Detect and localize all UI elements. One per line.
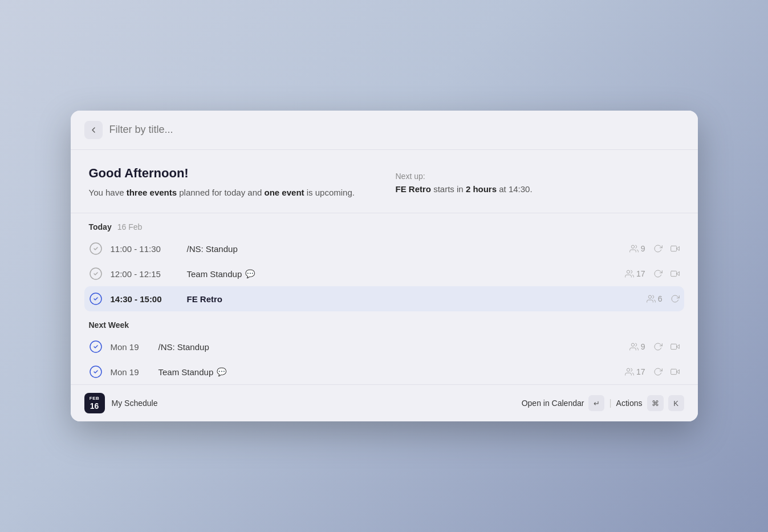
footer-calendar-icon: FEB 16 (84, 393, 105, 413)
footer-actions: Open in Calendar ↵ | Actions ⌘ K (522, 395, 684, 411)
footer-title: My Schedule (112, 399, 515, 408)
nw-video-1 (671, 342, 680, 351)
nw-recurring-1 (653, 342, 663, 351)
recurring-3 (671, 294, 680, 303)
svg-rect-17 (671, 369, 676, 375)
event-meta-1: 9 (629, 244, 680, 253)
event-meta-3: 6 (647, 294, 680, 303)
today-section-header: Today 16 Feb (84, 213, 684, 236)
svg-point-5 (627, 270, 629, 273)
svg-rect-13 (671, 344, 676, 350)
svg-point-9 (648, 295, 651, 298)
open-calendar-label[interactable]: Open in Calendar (522, 399, 584, 408)
video-1 (671, 244, 680, 253)
event-time-1: 11:00 - 11:30 (111, 244, 179, 254)
greeting-title: Good Afternoon! (89, 166, 373, 181)
next-up-label: Next up: (396, 172, 680, 181)
next-week-event-row-1[interactable]: Mon 19 /NS: Standup 9 (84, 334, 684, 359)
cmd-kbd: ⌘ (647, 395, 664, 411)
nw-recurring-2 (653, 367, 663, 376)
next-up-event: FE Retro (396, 184, 432, 194)
check-icon-2 (89, 267, 103, 281)
nw-event-meta-2: 17 (625, 367, 680, 376)
enter-kbd: ↵ (588, 395, 604, 411)
event-time-2: 12:00 - 12:15 (111, 269, 179, 279)
greeting-section: Good Afternoon! You have three events pl… (71, 150, 698, 214)
nw-attendees-1: 9 (629, 342, 645, 351)
k-kbd: K (668, 395, 684, 411)
nw-video-2 (671, 367, 680, 376)
main-modal: Good Afternoon! You have three events pl… (71, 111, 698, 422)
greeting-body: You have three events planned for today … (89, 186, 373, 200)
check-icon-1 (89, 242, 103, 255)
check-icon-3 (89, 292, 103, 306)
attendees-2: 17 (625, 269, 645, 278)
nw-event-title-2: Team Standup 💬 (159, 367, 617, 377)
event-title-1: /NS: Standup (187, 244, 621, 254)
nw-event-date-2: Mon 19 (111, 367, 151, 377)
footer: FEB 16 My Schedule Open in Calendar ↵ | … (71, 384, 698, 421)
nw-attendees-count-2: 17 (636, 367, 645, 376)
svg-rect-3 (671, 246, 676, 251)
nw-check-icon-1 (89, 340, 103, 354)
greeting-left: Good Afternoon! You have three events pl… (89, 166, 373, 200)
nw-event-date-1: Mon 19 (111, 342, 151, 352)
search-input[interactable] (109, 124, 684, 136)
back-button[interactable] (84, 121, 103, 139)
actions-label[interactable]: Actions (616, 399, 643, 408)
attendees-count-1: 9 (641, 244, 645, 253)
svg-marker-16 (676, 370, 679, 374)
today-section-date: 16 Feb (117, 222, 143, 232)
nw-attendees-2: 17 (625, 367, 645, 376)
event-row-3[interactable]: 14:30 - 15:00 FE Retro 6 (84, 286, 684, 311)
event-meta-2: 17 (625, 269, 680, 278)
svg-marker-12 (676, 345, 679, 349)
recurring-1 (653, 244, 663, 253)
bubble-icon-2: 💬 (245, 269, 255, 278)
nw-bubble-icon-2: 💬 (217, 367, 226, 376)
event-time-3: 14:30 - 15:00 (111, 294, 179, 304)
next-week-section-header: Next Week (84, 311, 684, 334)
next-week-title: Next Week (89, 320, 129, 330)
event-list: Today 16 Feb 11:00 - 11:30 /NS: Standup … (71, 213, 698, 384)
recurring-2 (653, 269, 663, 278)
attendees-1: 9 (629, 244, 645, 253)
event-row-1[interactable]: 11:00 - 11:30 /NS: Standup 9 (84, 236, 684, 261)
search-bar (71, 111, 698, 150)
footer-divider-1: | (609, 398, 611, 408)
svg-point-1 (631, 245, 634, 248)
svg-marker-6 (676, 272, 679, 276)
next-up-body: FE Retro starts in 2 hours at 14:30. (396, 184, 680, 194)
svg-point-15 (627, 368, 629, 371)
event-row-2[interactable]: 12:00 - 12:15 Team Standup 💬 17 (84, 261, 684, 286)
nw-event-meta-1: 9 (629, 342, 680, 351)
greeting-right: Next up: FE Retro starts in 2 hours at 1… (396, 166, 680, 200)
event-title-2: Team Standup 💬 (187, 269, 617, 279)
today-section-title: Today (89, 222, 112, 232)
attendees-count-2: 17 (636, 269, 645, 278)
event-title-3: FE Retro (187, 294, 639, 304)
footer-icon-text: FEB 16 (90, 396, 100, 411)
video-2 (671, 269, 680, 278)
events-bold: three events (127, 188, 177, 197)
event2-bold: one event (265, 188, 304, 197)
nw-attendees-count-1: 9 (641, 342, 645, 351)
nw-check-icon-2 (89, 365, 103, 379)
attendees-3: 6 (647, 294, 663, 303)
svg-marker-2 (676, 247, 679, 251)
nw-event-title-1: /NS: Standup (159, 342, 621, 352)
attendees-count-3: 6 (658, 294, 663, 303)
svg-point-11 (631, 343, 634, 346)
next-week-event-row-2[interactable]: Mon 19 Team Standup 💬 17 (84, 359, 684, 384)
svg-rect-7 (671, 271, 676, 277)
next-up-time: 2 hours (466, 184, 497, 194)
